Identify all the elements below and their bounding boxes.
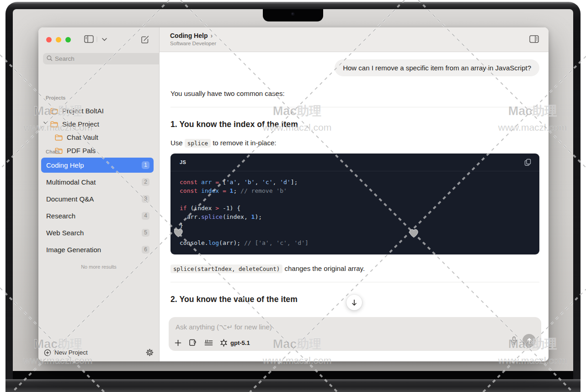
code-body: const arr = ['a', 'b', 'c', 'd'];const i…	[170, 171, 539, 254]
code-line: const arr = ['a', 'b', 'c', 'd'];	[180, 178, 530, 186]
splice-note-text: splice(startIndex, deleteCount) changes …	[170, 265, 539, 272]
main-panel: Coding Help› Software Developer How can …	[160, 27, 549, 361]
chat-badge: 1	[142, 161, 149, 169]
project-label: Side Project	[62, 120, 99, 128]
project-label: Project BoltAI	[62, 107, 104, 115]
chat-badge: 4	[142, 212, 149, 220]
chat-item-multimodal-chat[interactable]: Multimodal Chat2	[41, 175, 154, 190]
folder-icon	[50, 121, 58, 127]
chat-label: Web Search	[46, 229, 84, 237]
message-composer[interactable]: Ask anything (⌥↵ for new line)	[169, 317, 541, 351]
chat-label: Research	[46, 212, 75, 220]
search-icon	[47, 55, 53, 61]
chat-item-image-generation[interactable]: Image Generation6	[41, 242, 154, 257]
code-language-label: JS	[180, 159, 186, 165]
projects-section-label: Projects	[46, 95, 65, 101]
project-item-side-project[interactable]: Side Project	[38, 117, 159, 131]
use-splice-text: Use splice to remove it in-place:	[170, 139, 539, 147]
plus-circle-icon	[44, 349, 51, 356]
divider	[170, 107, 539, 107]
project-item-project-boltai[interactable]: Project BoltAI	[38, 104, 159, 117]
chat-badge: 2	[142, 178, 149, 186]
code-line: const index = 1; // remove 'b'	[180, 186, 530, 195]
chevron-down-icon[interactable]	[43, 122, 48, 124]
new-project-button[interactable]: New Project	[44, 349, 88, 356]
chat-item-document-q-a[interactable]: Document Q&A3	[41, 191, 154, 207]
app-window: Projects Project BoltAISide ProjectChat …	[38, 27, 549, 361]
project-label: Chat Vault	[67, 133, 98, 141]
toolbar-separator	[96, 37, 97, 42]
inline-code-splice-signature: splice(startIndex, deleteCount)	[170, 265, 282, 273]
chevron-right-icon: ›	[210, 32, 213, 39]
code-line: console.log(arr); // ['a', 'c', 'd']	[180, 238, 530, 247]
laptop-chin	[5, 379, 581, 392]
section1-heading: 1. You know the index of the item	[170, 120, 539, 129]
project-label: PDF Pals	[67, 147, 96, 154]
folder-icon	[55, 134, 63, 141]
copy-code-icon[interactable]	[524, 159, 531, 166]
model-selector[interactable]: gpt-5.1	[220, 339, 250, 347]
chat-header: Coding Help› Software Developer	[160, 27, 549, 52]
no-more-results-text: No more results	[38, 264, 159, 270]
arrow-up-icon	[526, 337, 533, 344]
code-block: JS const arr = ['a', 'b', 'c', 'd'];cons…	[170, 154, 539, 254]
openai-logo-icon	[220, 339, 228, 347]
chevron-down-icon[interactable]	[102, 38, 107, 41]
traffic-light-minimize[interactable]	[56, 37, 61, 42]
user-message-bubble: How can I remove a specific item from an…	[335, 59, 539, 76]
screen-bottom-bezel	[13, 371, 573, 379]
chat-label: Multimodal Chat	[46, 178, 96, 186]
code-line: arr.splice(index, 1);	[180, 212, 530, 221]
traffic-light-zoom[interactable]	[65, 37, 71, 42]
toggle-sidebar-icon[interactable]	[84, 35, 94, 43]
chat-item-research[interactable]: Research4	[41, 208, 154, 223]
inline-code-splice: splice	[185, 139, 211, 148]
scroll-to-bottom-button[interactable]	[346, 295, 362, 310]
attach-plus-icon[interactable]	[175, 339, 181, 346]
search-input[interactable]	[43, 53, 170, 64]
plugins-icon[interactable]	[188, 339, 197, 347]
chat-label: Coding Help	[46, 161, 84, 169]
chat-item-web-search[interactable]: Web Search5	[41, 225, 154, 240]
chat-badge: 5	[142, 229, 149, 237]
code-line	[180, 230, 530, 238]
assistant-intro-text: You usually have two common cases:	[170, 90, 539, 97]
chat-label: Document Q&A	[46, 195, 94, 203]
settings-gear-icon[interactable]	[146, 349, 154, 356]
new-chat-compose-icon[interactable]	[141, 35, 149, 44]
new-project-label: New Project	[54, 349, 88, 356]
divider	[170, 282, 539, 282]
model-name-label: gpt-5.1	[230, 339, 250, 346]
chat-badge: 3	[142, 195, 149, 203]
folder-icon	[50, 108, 58, 114]
toggle-right-panel-icon[interactable]	[529, 35, 539, 43]
send-button[interactable]	[522, 334, 536, 347]
composer-placeholder: Ask anything (⌥↵ for new line)	[176, 323, 272, 331]
assistant-profile-label: Software Developer	[170, 41, 216, 46]
chat-badge: 6	[142, 246, 149, 254]
chat-scroll-area[interactable]: How can I remove a specific item from an…	[160, 52, 549, 361]
chats-section-label: Chats	[46, 149, 60, 154]
laptop-camera	[290, 11, 295, 16]
code-line: }	[180, 221, 530, 230]
microphone-icon[interactable]	[511, 336, 517, 345]
chat-title[interactable]: Coding Help›	[170, 32, 216, 39]
code-line: if (index > -1) {	[180, 204, 530, 212]
chat-label: Image Generation	[46, 246, 101, 254]
chat-item-coding-help[interactable]: Coding Help1	[41, 158, 154, 173]
prompt-library-icon[interactable]	[204, 339, 213, 346]
project-item-chat-vault[interactable]: Chat Vault	[38, 131, 159, 144]
chats-list: Coding Help1Multimodal Chat2Document Q&A…	[41, 158, 154, 259]
arrow-down-icon	[351, 299, 358, 307]
sidebar: Projects Project BoltAISide ProjectChat …	[38, 27, 160, 361]
code-line	[180, 195, 530, 204]
traffic-light-close[interactable]	[46, 37, 52, 42]
